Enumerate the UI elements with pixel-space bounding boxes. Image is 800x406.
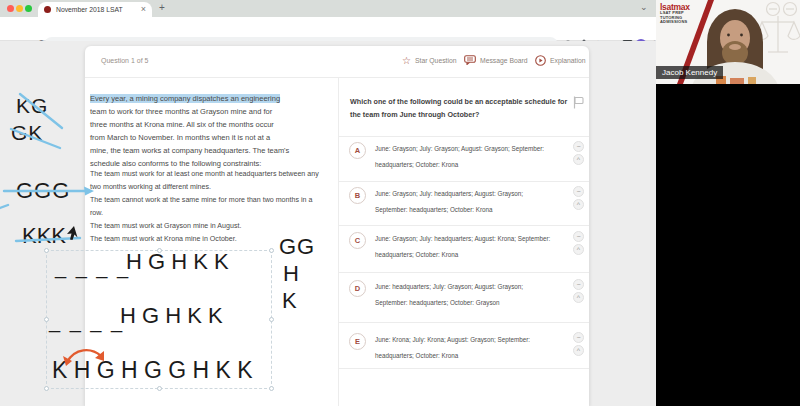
selection-handle[interactable] [269, 248, 274, 253]
tab-strip: November 2018 LSAT × + ⌄ [0, 0, 656, 17]
collapse-choice-button[interactable]: ^ [573, 244, 584, 255]
header-divider [85, 77, 589, 78]
annotation-column-h: H [283, 261, 299, 287]
selection-handle[interactable] [44, 386, 49, 391]
annotation-row2-letters: H G H K K [120, 303, 223, 329]
choice-text: June: Grayson; July: Grayson; August: Gr… [375, 141, 544, 172]
browser-tab[interactable]: November 2018 LSAT × [38, 2, 152, 17]
choice-text: June: Grayson; July: headquarters; Augus… [375, 186, 523, 217]
annotation-column-k: K [282, 288, 297, 314]
selection-handle[interactable] [269, 317, 274, 322]
divider [338, 322, 589, 323]
choice-letter: A [349, 142, 366, 159]
play-circle-icon [535, 55, 546, 66]
star-question-button[interactable]: ☆ Star Question [402, 55, 457, 66]
new-tab-button[interactable]: + [159, 3, 165, 13]
annotation-ggg: GGG [16, 178, 70, 204]
window-zoom-button[interactable] [25, 5, 32, 12]
eliminate-choice-button[interactable]: − [573, 231, 584, 242]
choice-text: June: headquarters; July: Grayson; Augus… [375, 279, 523, 310]
explanation-button[interactable]: Explanation [535, 55, 586, 66]
divider [338, 225, 589, 226]
eliminate-choice-button[interactable]: − [573, 141, 584, 152]
annotation-row1-letters: H G H K K [126, 249, 229, 275]
tab-close-icon[interactable]: × [141, 5, 146, 14]
tab-favicon-icon [44, 6, 51, 13]
divider [338, 272, 589, 273]
annotation-kg: KG [16, 94, 48, 118]
divider [338, 368, 589, 369]
message-board-icon [464, 55, 476, 65]
tab-title: November 2018 LSAT [56, 6, 141, 13]
highlighted-text[interactable]: Every year, a mining company dispatches … [90, 94, 280, 103]
browser-toolbar: ← → ⟳ testmaxprep.com/lsat/sections/logi… [0, 17, 656, 41]
eliminate-choice-button[interactable]: − [573, 279, 584, 290]
choice-letter: D [349, 280, 366, 297]
choice-B[interactable]: B June: Grayson; July: headquarters; Aug… [349, 186, 584, 217]
panel-divider [338, 77, 339, 406]
selection-handle[interactable] [269, 386, 274, 391]
choice-A[interactable]: A June: Grayson; July: Grayson; August: … [349, 141, 584, 172]
annotation-kkk: KKK [22, 223, 66, 249]
eliminate-choice-button[interactable]: − [573, 332, 584, 343]
flag-icon[interactable] [573, 96, 584, 109]
choice-D[interactable]: D June: headquarters; July: Grayson; Aug… [349, 279, 584, 310]
collapse-choice-button[interactable]: ^ [573, 154, 584, 165]
annotation-column-gg: GG [279, 234, 315, 260]
choice-C[interactable]: C June: Grayson; July: headquarters; Aug… [349, 231, 584, 262]
collapse-choice-button[interactable]: ^ [573, 199, 584, 210]
divider [338, 136, 589, 137]
choice-letter: B [349, 187, 366, 204]
choice-text: June: Krona; July: Krona; August: Grayso… [375, 332, 530, 363]
star-icon: ☆ [402, 55, 411, 66]
window-close-button[interactable] [7, 5, 14, 12]
question-counter: Question 1 of 5 [101, 57, 148, 64]
eliminate-choice-button[interactable]: − [573, 186, 584, 197]
collapse-choice-button[interactable]: ^ [573, 292, 584, 303]
screen: November 2018 LSAT × + ⌄ ← → ⟳ testmaxpr… [0, 0, 800, 406]
window-minimize-button[interactable] [16, 5, 23, 12]
choice-letter: C [349, 232, 366, 249]
question-stem: Which one of the following could be an a… [350, 95, 572, 121]
annotation-row1-blanks: _ _ _ _ [55, 256, 130, 279]
selection-handle[interactable] [44, 248, 49, 253]
choice-E[interactable]: E June: Krona; July: Krona; August: Gray… [349, 332, 584, 363]
tab-search-chevron-icon[interactable]: ⌄ [640, 2, 648, 12]
message-board-button[interactable]: Message Board [464, 55, 528, 65]
annotation-gk: GK [11, 121, 43, 145]
selection-handle[interactable] [157, 386, 162, 391]
video-call-overlay[interactable]: lsatmax LSAT PREP TUTORING ADMISSIONS Ja… [656, 0, 800, 84]
video-app-black-panel [656, 84, 800, 406]
choice-text: June: Grayson; July: headquarters; Augus… [375, 231, 550, 262]
divider [338, 181, 589, 182]
annotation-row2-blanks: _ _ _ _ [49, 310, 124, 333]
passage-text: Every year, a mining company dispatches … [90, 92, 336, 170]
lsatmax-logo: lsatmax LSAT PREP TUTORING ADMISSIONS [660, 3, 690, 25]
annotation-row3-letters: K H G H G G H K K [52, 357, 253, 384]
choice-letter: E [349, 333, 366, 350]
participant-name-label: Jacob Kennedy [656, 66, 723, 79]
collapse-choice-button[interactable]: ^ [573, 345, 584, 356]
